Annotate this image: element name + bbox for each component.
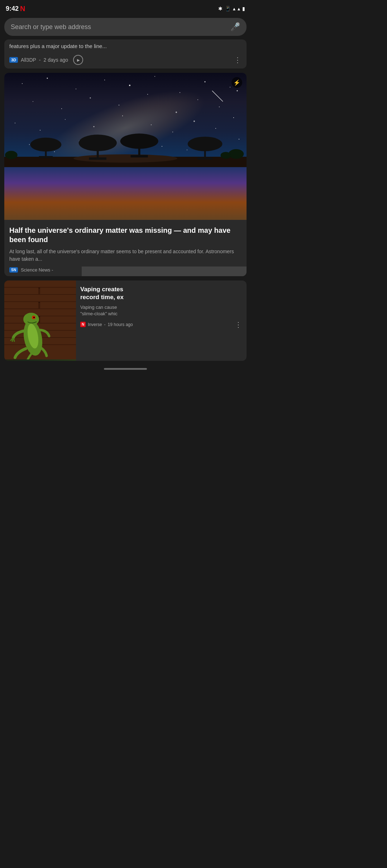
more-options-icon[interactable]: ⋮ bbox=[234, 56, 242, 64]
search-input[interactable]: Search or type web address bbox=[11, 23, 91, 31]
svg-rect-64 bbox=[40, 302, 76, 308]
article-card-2-image bbox=[4, 280, 76, 361]
article-card-2-title: Vaping creates record time, ex bbox=[80, 286, 242, 301]
bottom-pill bbox=[104, 368, 147, 370]
search-bar[interactable]: Search or type web address 🎤 bbox=[4, 18, 247, 36]
card-top-bottom: 3D All3DP - 2 days ago ⋮ bbox=[4, 53, 247, 69]
article2-separator: - bbox=[104, 322, 106, 327]
menu-item-open-new-tab[interactable]: Open in new tab bbox=[82, 266, 247, 276]
article-card-2-content: Vaping creates record time, ex Vaping ca… bbox=[76, 280, 247, 361]
battery-icon: ▮ bbox=[242, 6, 245, 11]
article2-time-ago: 19 hours ago bbox=[108, 322, 133, 327]
play-button[interactable] bbox=[73, 55, 83, 65]
lightning-badge: ⚡ bbox=[231, 77, 242, 88]
article-card-2[interactable]: Vaping creates record time, ex Vaping ca… bbox=[4, 280, 247, 361]
article2-more-options-icon[interactable]: ⋮ bbox=[235, 320, 242, 329]
context-menu: Open in new tab Open in incognito tab Do… bbox=[82, 266, 247, 276]
svg-rect-66 bbox=[4, 309, 76, 316]
svg-point-82 bbox=[33, 317, 35, 318]
article-excerpt: At long last, all of the universe's ordi… bbox=[9, 248, 242, 263]
article-source-name: Science News - bbox=[21, 267, 53, 273]
source-badge-3d: 3D bbox=[9, 57, 18, 63]
bottom-bar bbox=[0, 365, 251, 373]
svg-point-53 bbox=[229, 149, 244, 159]
svg-point-52 bbox=[5, 151, 18, 159]
svg-point-54 bbox=[221, 152, 231, 159]
svg-rect-61 bbox=[4, 295, 76, 301]
gecko-scene-svg bbox=[4, 280, 76, 359]
article2-source-name: Inverse bbox=[88, 322, 102, 327]
sn-badge: SN bbox=[9, 267, 18, 273]
svg-rect-56 bbox=[4, 280, 76, 287]
microphone-icon[interactable]: 🎤 bbox=[230, 22, 240, 32]
bluetooth-icon: ✱ bbox=[218, 6, 223, 11]
svg-rect-48 bbox=[130, 155, 148, 157]
vibrate-icon: 📱 bbox=[225, 6, 231, 11]
card-top-time: 2 days ago bbox=[44, 57, 68, 63]
svg-rect-69 bbox=[40, 316, 76, 323]
article-image: ⚡ bbox=[4, 73, 247, 220]
card-top-source: 3D All3DP - 2 days ago bbox=[9, 55, 83, 65]
svg-rect-42 bbox=[39, 156, 53, 158]
card-top[interactable]: features plus a major update to the line… bbox=[4, 39, 247, 69]
svg-rect-59 bbox=[40, 288, 76, 294]
netflix-notification-icon: N bbox=[20, 5, 25, 13]
svg-rect-51 bbox=[197, 157, 212, 160]
article-title: Half the universe's ordinary matter was … bbox=[9, 226, 242, 244]
card-top-source-name: All3DP bbox=[21, 57, 36, 63]
status-time: 9:42 N bbox=[6, 5, 25, 13]
svg-rect-45 bbox=[89, 157, 106, 160]
clock: 9:42 bbox=[6, 5, 19, 13]
signal-icon: ▴ bbox=[238, 6, 240, 11]
svg-rect-58 bbox=[4, 288, 38, 294]
card-top-text: features plus a major update to the line… bbox=[4, 39, 247, 53]
wifi-icon: ▴ bbox=[233, 6, 235, 11]
radio-dishes-svg bbox=[4, 73, 247, 220]
card-top-separator: - bbox=[39, 57, 41, 63]
lightning-icon: ⚡ bbox=[233, 79, 240, 86]
svg-point-39 bbox=[73, 154, 177, 162]
article-card[interactable]: ⚡ Half the universe's ordinary matter wa… bbox=[4, 73, 247, 276]
svg-rect-63 bbox=[4, 302, 38, 308]
article-card-2-source: N Inverse - 19 hours ago ⋮ bbox=[80, 320, 242, 329]
status-icons: ✱ 📱 ▴ ▴ ▮ bbox=[218, 6, 245, 11]
inverse-badge: N bbox=[80, 322, 86, 327]
status-bar: 9:42 N ✱ 📱 ▴ ▴ ▮ bbox=[0, 0, 251, 16]
article-card-2-inner: Vaping creates record time, ex Vaping ca… bbox=[4, 280, 247, 361]
article-card-2-excerpt: Vaping can cause "slime-cloak" whic bbox=[80, 304, 242, 317]
